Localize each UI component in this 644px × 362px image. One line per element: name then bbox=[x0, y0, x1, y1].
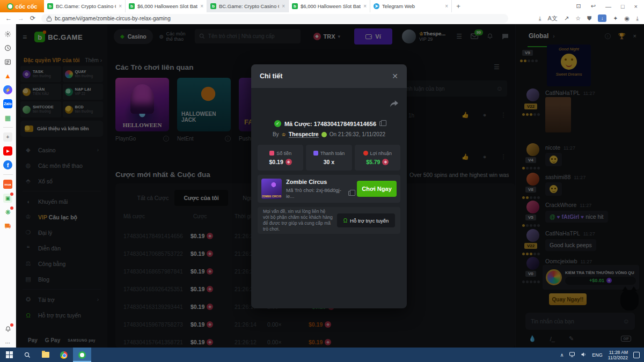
reload-button[interactable]: ⟳ bbox=[30, 14, 35, 22]
tab-title: $6,000 Halloween Slot Battle bbox=[137, 3, 197, 9]
download-active-button[interactable]: ↓ bbox=[598, 14, 606, 22]
extensions-icon[interactable]: ✦ bbox=[613, 15, 618, 22]
url-text: bc.game/vi/game/zombie-circus-by-relax-g… bbox=[55, 16, 171, 21]
windows-taskbar: ∧ ENG 11:28 AM11/2/2022 bbox=[0, 348, 644, 362]
bookmark-star-icon[interactable]: ☆ bbox=[575, 15, 581, 22]
live-support-button[interactable]: ΩHỗ trợ trực tuyến bbox=[337, 213, 395, 227]
tab-close-icon[interactable]: × bbox=[282, 3, 285, 9]
bettor-username[interactable]: Thespectre bbox=[289, 131, 319, 138]
action-center-icon[interactable] bbox=[633, 352, 640, 358]
browser-tab-5[interactable]: ➤Telegram Web× bbox=[370, 0, 452, 12]
youtube-icon[interactable] bbox=[3, 146, 12, 156]
stat-profit: Lợi nhuận$5.79◆ bbox=[355, 145, 400, 171]
game-code: Mã Trò chơi: 2xj-86d0gj-ie... bbox=[286, 187, 346, 199]
bcgame-favicon: b bbox=[210, 3, 216, 9]
url-field[interactable]: bc.game/vi/game/zombie-circus-by-relax-g… bbox=[41, 14, 508, 23]
bcgame-app: ≡ bBC.GAME Đặc quyền VIP của tôi Thêm › … bbox=[16, 24, 644, 348]
new-tab-button[interactable]: + bbox=[452, 0, 465, 12]
gift-icon[interactable]: ▣ bbox=[3, 194, 12, 203]
settings-gear-icon[interactable] bbox=[3, 29, 12, 39]
browser-tab-4[interactable]: b$6,000 Halloween Slot Battle× bbox=[289, 0, 370, 12]
volume-icon[interactable] bbox=[581, 352, 587, 358]
telegram-favicon: ➤ bbox=[374, 3, 379, 9]
trx-coin-icon: ◆ bbox=[382, 159, 389, 165]
brand-label: cốc cốc bbox=[16, 3, 38, 10]
tab-search-icon[interactable]: ⊡ bbox=[576, 3, 581, 10]
taskbar-search-icon[interactable] bbox=[18, 348, 36, 362]
browser-tab-2[interactable]: b$6,000 Halloween Slot Battle× bbox=[126, 0, 207, 12]
chrome-taskbar-icon[interactable] bbox=[55, 348, 73, 362]
window-close-button[interactable]: × bbox=[634, 3, 638, 10]
language-indicator[interactable]: ENG bbox=[592, 352, 603, 358]
browser-sidebar: ▲ ⚡ Zalo ▦ + f mua ▣ ❋ ⛟ ⋯ bbox=[0, 24, 16, 348]
translate-icon[interactable]: A文 bbox=[548, 14, 558, 23]
system-tray: ∧ ENG 11:28 AM11/2/2022 bbox=[560, 350, 644, 360]
zombie-circus-thumbnail[interactable]: ZOMBIE CIRCUS bbox=[261, 179, 282, 199]
file-explorer-icon[interactable] bbox=[36, 348, 55, 362]
reading-list-icon[interactable] bbox=[3, 57, 12, 67]
verified-icon: ✓ bbox=[274, 120, 281, 127]
tab-title: Telegram Web bbox=[382, 3, 442, 9]
coccoc-logo-icon bbox=[7, 3, 13, 10]
shopping-app-icon[interactable]: mua bbox=[3, 180, 12, 189]
tab-close-icon[interactable]: × bbox=[200, 3, 203, 9]
hidden-icons-chevron[interactable]: ∧ bbox=[560, 352, 564, 358]
forward-button[interactable]: → bbox=[18, 14, 24, 22]
browser-tab-3-active[interactable]: bBC.Game: Crypto Casino Gan× bbox=[207, 0, 289, 12]
game-row: ZOMBIE CIRCUS Zombie Circus Mã Trò chơi:… bbox=[258, 175, 400, 203]
sidebar-divider bbox=[3, 127, 13, 128]
bet-datetime: On 21:26:32, 1/11/2022 bbox=[330, 131, 385, 137]
game-name: Zombie Circus bbox=[286, 179, 353, 185]
profile-icon[interactable]: ◉ bbox=[625, 15, 630, 22]
save-page-icon[interactable]: ⤓ bbox=[539, 15, 541, 22]
adblock-shield-icon[interactable]: ⛊ bbox=[587, 15, 591, 22]
modal-header: Chi tiết ✕ bbox=[251, 64, 407, 88]
notifications-bell-icon[interactable] bbox=[3, 324, 12, 334]
hot-trends-icon[interactable]: ▲ bbox=[3, 71, 12, 80]
back-button[interactable]: ← bbox=[5, 14, 12, 22]
sidebar-divider bbox=[3, 174, 13, 175]
copy-icon[interactable] bbox=[379, 121, 384, 126]
screen: { "browser": { "brand": "cốc cốc", "tabs… bbox=[0, 0, 644, 362]
profit-icon bbox=[363, 151, 368, 156]
cart-icon[interactable]: ⛟ bbox=[3, 221, 12, 231]
share-icon[interactable] bbox=[390, 100, 398, 109]
modal-close-icon[interactable]: ✕ bbox=[392, 72, 398, 80]
frog-emoji bbox=[321, 132, 327, 137]
card-icon bbox=[313, 151, 318, 156]
tab-close-icon[interactable]: × bbox=[363, 3, 367, 9]
tab-close-icon[interactable]: × bbox=[119, 3, 122, 9]
browser-tab-1[interactable]: bBC.Game: Crypto Casino Gan× bbox=[44, 0, 126, 12]
lock-icon bbox=[47, 16, 52, 21]
add-shortcut-button[interactable]: + bbox=[3, 132, 12, 142]
tab-close-icon[interactable]: × bbox=[445, 3, 448, 9]
coccoc-taskbar-icon[interactable] bbox=[73, 348, 91, 362]
share-icon[interactable]: ↗ bbox=[564, 15, 569, 22]
sidebar-more-icon[interactable]: ⋯ bbox=[3, 338, 12, 348]
tab-overview-icon[interactable]: ↩ bbox=[591, 3, 596, 10]
tab-title: $6,000 Halloween Slot Battle bbox=[301, 3, 361, 9]
start-button[interactable] bbox=[0, 348, 18, 362]
modal-body: ✓ Mã Cược: 1748304178491414656 By ♔ Thes… bbox=[251, 88, 407, 308]
stat-amount: Số tiền$0.19◆ bbox=[258, 145, 303, 171]
trx-coin-icon: ◆ bbox=[286, 159, 292, 165]
coccoc-brand[interactable]: cốc cốc bbox=[0, 0, 44, 12]
modal-title: Chi tiết bbox=[260, 72, 282, 80]
network-icon[interactable] bbox=[569, 352, 575, 358]
zalo-icon[interactable]: Zalo bbox=[3, 99, 12, 108]
window-minimize-button[interactable]: — bbox=[605, 3, 611, 10]
messenger-icon[interactable]: ⚡ bbox=[3, 85, 12, 94]
rewards-icon[interactable]: ❋ bbox=[3, 208, 12, 217]
cash-icon bbox=[269, 151, 274, 156]
games-icon[interactable]: ▦ bbox=[3, 113, 12, 122]
support-note: Mọi vấn đề, xin vui lòng liên hệ với bộ … bbox=[258, 207, 400, 234]
window-maximize-button[interactable]: □ bbox=[621, 3, 625, 10]
facebook-icon[interactable]: f bbox=[3, 160, 12, 169]
downloads-tray-icon[interactable]: ⤓ bbox=[636, 15, 639, 22]
bet-details-modal: Chi tiết ✕ ✓ Mã Cược: 174830417849141465… bbox=[251, 64, 407, 308]
history-icon[interactable] bbox=[3, 43, 12, 53]
play-now-button[interactable]: Chơi Ngay bbox=[357, 181, 397, 197]
taskbar-clock[interactable]: 11:28 AM11/2/2022 bbox=[608, 350, 628, 360]
copy-icon[interactable] bbox=[348, 191, 353, 196]
bcgame-favicon: b bbox=[292, 3, 298, 9]
